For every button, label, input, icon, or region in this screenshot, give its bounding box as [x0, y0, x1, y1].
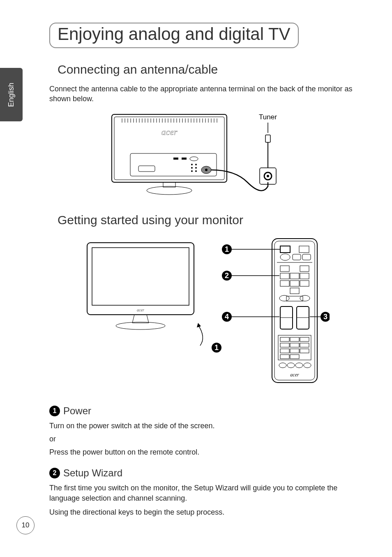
step-2-para1: The first time you switch on the monitor…: [49, 483, 355, 503]
antenna-body-text: Connect the antenna cable to the appropr…: [49, 84, 355, 104]
svg-point-50: [147, 186, 192, 195]
svg-rect-99: [290, 355, 299, 359]
svg-rect-90: [290, 337, 299, 341]
tuner-label: Tuner: [259, 113, 277, 121]
figure-monitor-and-remote: acer 1: [49, 234, 355, 391]
svg-point-46: [195, 170, 197, 172]
svg-text:acer: acer: [137, 308, 144, 312]
svg-rect-89: [280, 337, 289, 341]
svg-point-43: [191, 167, 193, 169]
svg-point-41: [191, 164, 193, 165]
svg-rect-77: [280, 281, 289, 286]
svg-rect-80: [290, 288, 299, 294]
step-1-line2: or: [49, 434, 355, 444]
svg-rect-57: [87, 243, 194, 315]
svg-rect-74: [280, 273, 289, 279]
svg-point-42: [195, 164, 197, 165]
svg-rect-76: [300, 273, 309, 279]
step-2-header: 2 Setup Wizard: [49, 467, 355, 479]
svg-rect-75: [290, 273, 299, 279]
brand-logo: acer: [161, 127, 178, 137]
svg-text:4: 4: [225, 313, 229, 321]
svg-point-53: [267, 175, 269, 177]
manual-page: English Enjoying analog and digital TV C…: [0, 0, 392, 557]
svg-rect-58: [92, 248, 189, 305]
step-2-para2: Using the directional keys to begin the …: [49, 507, 355, 517]
svg-rect-73: [300, 266, 309, 272]
step-1-number: 1: [49, 406, 60, 416]
section-heading-getting-started: Getting started using your monitor: [58, 213, 355, 227]
step-1-line3: Press the power button on the remote con…: [49, 447, 355, 457]
figure-antenna-connection: acer Tuner: [49, 110, 355, 199]
svg-text:2: 2: [225, 272, 229, 280]
svg-rect-94: [300, 343, 309, 347]
svg-rect-96: [290, 349, 299, 353]
svg-rect-88: [278, 335, 311, 360]
step-1-title: Power: [63, 405, 91, 417]
step-1-line1: Turn on the power switch at the side of …: [49, 421, 355, 431]
svg-rect-79: [300, 281, 309, 286]
svg-point-60: [116, 322, 165, 330]
svg-rect-67: [299, 246, 309, 253]
page-title: Enjoying analog and digital TV: [49, 23, 299, 48]
svg-rect-39: [182, 158, 187, 160]
svg-rect-78: [290, 281, 299, 286]
svg-point-102: [295, 363, 303, 368]
step-2-number: 2: [49, 468, 60, 478]
svg-rect-37: [138, 166, 155, 172]
svg-text:1: 1: [225, 245, 229, 253]
svg-point-44: [195, 167, 197, 169]
svg-rect-66: [280, 246, 290, 253]
svg-rect-95: [280, 349, 289, 353]
language-tab-label: English: [7, 82, 16, 107]
svg-point-103: [304, 363, 311, 368]
svg-text:3: 3: [323, 313, 327, 321]
svg-marker-61: [197, 323, 201, 327]
svg-rect-38: [173, 158, 178, 160]
svg-rect-92: [280, 343, 289, 347]
svg-point-101: [287, 363, 295, 368]
step-1-header: 1 Power: [49, 405, 355, 417]
svg-rect-97: [300, 349, 309, 353]
svg-rect-72: [280, 266, 289, 272]
svg-rect-54: [265, 135, 270, 142]
section-heading-antenna: Connecting an antenna/cable: [58, 63, 355, 77]
svg-point-40: [190, 157, 198, 161]
svg-rect-98: [280, 355, 289, 359]
svg-rect-93: [290, 343, 299, 347]
page-number: 10: [16, 516, 35, 534]
svg-rect-70: [302, 254, 311, 260]
svg-rect-91: [300, 337, 309, 341]
svg-point-45: [191, 170, 193, 172]
svg-point-68: [280, 254, 290, 260]
svg-point-100: [279, 363, 286, 368]
language-tab: English: [0, 68, 23, 121]
svg-text:acer: acer: [290, 372, 299, 378]
step-2-title: Setup Wizard: [63, 467, 122, 479]
svg-text:1: 1: [214, 343, 219, 352]
svg-point-48: [205, 169, 208, 171]
svg-rect-69: [293, 254, 301, 260]
